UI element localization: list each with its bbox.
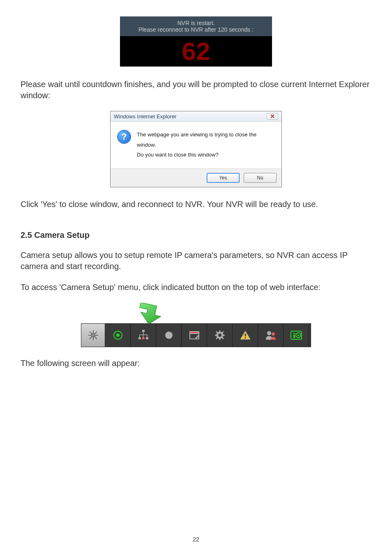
toolbar-schedule-button[interactable] [182,324,207,347]
section-heading: 2.5 Camera Setup [21,230,371,240]
nvr-body: 62 [120,36,272,67]
paragraph-2: Click 'Yes' to close window, and reconne… [21,199,371,210]
paragraph-4: To access 'Camera Setup' menu, click ind… [21,282,371,293]
nvr-toolbar [81,323,311,347]
asterisk-icon [87,329,100,342]
svg-point-11 [165,332,173,339]
svg-rect-19 [244,337,246,339]
paragraph-3: Camera setup allows you to setup remote … [21,250,371,272]
paragraph-5: The following screen will appear: [21,358,371,369]
toolbar-network-button[interactable] [131,324,156,347]
ie-close-dialog: Windows Internet Explorer ? The webpage … [110,111,282,187]
svg-point-20 [267,331,271,335]
dialog-buttons: Yes No [111,168,281,187]
alert-icon [240,330,251,341]
dialog-msg2: Do you want to close this window? [137,150,275,160]
svg-point-23 [293,333,295,334]
info-icon [290,330,302,340]
nvr-line2: Please reconnect to NVR after 120 second… [120,26,272,33]
user-icon [265,330,277,341]
dialog-msg1: The webpage you are viewing is trying to… [137,130,275,150]
svg-rect-8 [138,337,141,339]
toolbar-first-cell [81,324,105,347]
svg-point-4 [92,334,95,337]
svg-rect-9 [146,337,148,339]
gear-icon [214,329,226,341]
pointer-arrow-icon [136,303,165,326]
svg-rect-24 [293,335,295,338]
nvr-header: NVR is restart. Please reconnect to NVR … [120,16,272,36]
dialog-content: ? The webpage you are viewing is trying … [111,122,281,168]
paragraph-1: Please wait until countdown finishes, an… [21,79,371,101]
toolbar-screenshot [81,303,311,347]
svg-point-26 [297,334,299,336]
close-icon[interactable] [267,113,278,120]
yes-button[interactable]: Yes [207,173,240,183]
record-icon [164,330,174,340]
svg-rect-13 [190,332,198,333]
help-icon: ? [117,130,131,144]
toolbar-camera-button[interactable] [105,324,131,347]
dialog-text: The webpage you are viewing is trying to… [137,130,275,160]
toolbar-record-button[interactable] [156,324,182,347]
camera-icon [112,329,124,341]
dialog-titlebar: Windows Internet Explorer [111,111,281,122]
svg-rect-7 [142,330,145,332]
dialog-title: Windows Internet Explorer [114,113,176,120]
nvr-countdown: 62 [120,39,272,64]
svg-point-6 [116,334,120,337]
no-button[interactable]: No [244,173,277,183]
toolbar-settings-button[interactable] [207,324,233,347]
svg-rect-10 [142,337,145,339]
toolbar-alert-button[interactable] [233,324,258,347]
network-icon [137,329,150,341]
toolbar-user-button[interactable] [258,324,284,347]
page-number: 22 [0,536,392,543]
svg-rect-18 [244,334,246,336]
nvr-restart-box: NVR is restart. Please reconnect to NVR … [120,16,272,67]
toolbar-info-button[interactable] [284,324,309,347]
schedule-icon [188,329,201,341]
svg-point-16 [218,334,221,337]
nvr-line1: NVR is restart. [120,20,272,26]
svg-point-21 [272,332,275,336]
